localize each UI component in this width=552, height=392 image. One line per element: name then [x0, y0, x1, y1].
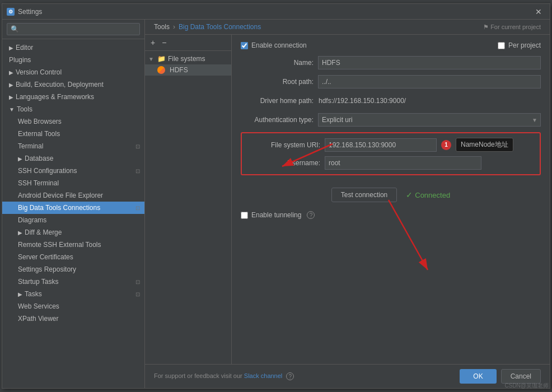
sidebar-item-remote-ssh[interactable]: Remote SSH External Tools	[2, 239, 144, 251]
username-input[interactable]	[325, 156, 481, 170]
per-project-checkbox[interactable]	[498, 42, 505, 49]
enable-connection-row: Enable connection Per project	[241, 41, 541, 49]
help-icon[interactable]: ?	[307, 211, 315, 219]
root-path-label: Root path:	[241, 78, 314, 86]
sidebar-label-tools: Tools	[17, 105, 32, 113]
sidebar-label-languages: Languages & Frameworks	[16, 93, 94, 101]
sidebar-item-diff-merge[interactable]: ▶Diff & Merge	[2, 226, 144, 239]
sidebar-label-android-device: Android Device File Explorer	[18, 192, 103, 199]
uri-section: File system URI: 1 NameNode地址 Username:	[241, 132, 541, 175]
test-connection-button[interactable]: Test connection	[331, 188, 397, 202]
sidebar-label-server-certs: Server Certificates	[18, 253, 73, 261]
hdfs-label: HDFS	[170, 66, 188, 74]
enable-connection-checkbox[interactable]	[241, 42, 248, 49]
per-project-row: Per project	[498, 41, 541, 49]
sidebar-label-version-control: Version Control	[16, 68, 62, 76]
content-area: + − ▼ 📁 File systems HDFS	[145, 35, 550, 364]
root-path-input[interactable]	[318, 75, 541, 88]
sidebar-item-editor[interactable]: ▶Editor	[2, 41, 144, 54]
uri-label: File system URI:	[247, 141, 320, 149]
hdfs-item[interactable]: HDFS	[145, 64, 231, 76]
sidebar-label-editor: Editor	[16, 44, 33, 52]
name-input[interactable]	[318, 56, 541, 69]
sidebar-item-database[interactable]: ▶Database	[2, 152, 144, 165]
sidebar-item-terminal[interactable]: Terminal⊡	[2, 140, 144, 152]
uri-input[interactable]	[325, 138, 437, 152]
sidebar-item-settings-repo[interactable]: Settings Repository	[2, 263, 144, 276]
sidebar-item-web-services[interactable]: Web Services	[2, 300, 144, 312]
support-text-label: For support or feedback visit our	[154, 372, 242, 379]
settings-window: ⚙ Settings ✕ ▶EditorPlugins▶Version Cont…	[2, 3, 550, 389]
sidebar-arrow-database: ▶	[18, 156, 22, 162]
sidebar-label-web-services: Web Services	[18, 302, 59, 310]
sidebar-item-external-tools[interactable]: External Tools	[2, 128, 144, 140]
sidebar-badge-startup-tasks: ⊡	[135, 279, 140, 285]
sidebar-item-server-certs[interactable]: Server Certificates	[2, 251, 144, 263]
main-panel: Tools › Big Data Tools Connections ⚑ For…	[145, 20, 550, 388]
sidebar-label-external-tools: External Tools	[18, 130, 60, 138]
sidebar-item-xpath-viewer[interactable]: XPath Viewer	[2, 312, 144, 325]
enable-connection-label[interactable]: Enable connection	[241, 41, 307, 49]
auth-type-select[interactable]: Explicit uri Simple Kerberos	[318, 113, 541, 127]
sidebar-item-plugins[interactable]: Plugins	[2, 54, 144, 66]
sidebar-item-tools[interactable]: ▼Tools	[2, 103, 144, 115]
add-connection-button[interactable]: +	[148, 37, 157, 48]
slack-link[interactable]: Slack channel	[244, 372, 283, 379]
sidebar-item-diagrams[interactable]: Diagrams	[2, 214, 144, 226]
sidebar-item-web-browsers[interactable]: Web Browsers	[2, 115, 144, 128]
enable-tunneling-checkbox[interactable]	[241, 212, 248, 219]
breadcrumb-tools: Tools	[154, 23, 170, 31]
file-systems-label: File systems	[168, 55, 205, 63]
sidebar-label-diagrams: Diagrams	[18, 216, 46, 224]
auth-type-row: Authentication type: Explicit uri Simple…	[241, 113, 541, 127]
tunneling-row: Enable tunneling ?	[241, 211, 541, 219]
panel-toolbar: + −	[145, 35, 231, 51]
test-connection-row: Test connection ✓ Connected	[241, 188, 541, 202]
sidebar-label-ssh-terminal: SSH Terminal	[18, 179, 59, 187]
left-panel: + − ▼ 📁 File systems HDFS	[145, 35, 232, 364]
badge-1: 1	[441, 140, 451, 150]
sidebar-item-build[interactable]: ▶Build, Execution, Deployment	[2, 78, 144, 91]
help-circle[interactable]: ?	[286, 372, 294, 380]
sidebar-label-plugins: Plugins	[9, 56, 31, 64]
auth-type-label: Authentication type:	[241, 116, 314, 124]
sidebar-item-android-device[interactable]: Android Device File Explorer	[2, 189, 144, 202]
ok-button[interactable]: OK	[460, 369, 496, 384]
support-text: For support or feedback visit our Slack …	[154, 372, 460, 380]
sidebar-badge-big-data: ⊡	[135, 205, 140, 211]
breadcrumb: Tools › Big Data Tools Connections ⚑ For…	[145, 20, 550, 35]
sidebar-item-startup-tasks[interactable]: Startup Tasks⊡	[2, 276, 144, 288]
sidebar-label-startup-tasks: Startup Tasks	[18, 278, 58, 286]
sidebar-item-languages[interactable]: ▶Languages & Frameworks	[2, 91, 144, 103]
sidebar-item-ssh-terminal[interactable]: SSH Terminal	[2, 177, 144, 189]
remove-connection-button[interactable]: −	[160, 37, 169, 48]
sidebar-label-ssh-configurations: SSH Configurations	[18, 167, 77, 175]
sidebar-arrow-languages: ▶	[9, 94, 13, 100]
sidebar-label-database: Database	[25, 155, 53, 162]
bottom-bar: For support or feedback visit our Slack …	[145, 364, 550, 388]
sidebar-label-tasks: Tasks	[25, 290, 42, 298]
sidebar-item-ssh-configurations[interactable]: SSH Configurations⊡	[2, 165, 144, 177]
file-systems-folder[interactable]: ▼ 📁 File systems	[145, 53, 231, 64]
connected-status: ✓ Connected	[406, 190, 450, 199]
sidebar-label-remote-ssh: Remote SSH External Tools	[18, 241, 101, 249]
driver-home-value: hdfs://192.168.150.130:9000/	[318, 94, 541, 108]
breadcrumb-current: Big Data Tools Connections	[179, 23, 261, 31]
close-button[interactable]: ✕	[532, 6, 545, 17]
sidebar-item-version-control[interactable]: ▶Version Control	[2, 66, 144, 78]
sidebar-label-build: Build, Execution, Deployment	[16, 81, 104, 88]
search-input[interactable]	[7, 23, 140, 35]
sidebar-label-xpath-viewer: XPath Viewer	[18, 315, 59, 323]
connected-label: Connected	[415, 191, 450, 199]
title-bar: ⚙ Settings ✕	[2, 4, 550, 20]
sidebar-label-web-browsers: Web Browsers	[18, 118, 62, 125]
sidebar-badge-ssh-configurations: ⊡	[135, 168, 140, 174]
sidebar-item-tasks[interactable]: ▶Tasks⊡	[2, 288, 144, 300]
sidebar-item-big-data[interactable]: Big Data Tools Connections⊡	[2, 202, 144, 214]
sidebar-label-diff-merge: Diff & Merge	[25, 228, 62, 236]
driver-home-label: Driver home path:	[241, 97, 314, 105]
sidebar-arrow-version-control: ▶	[9, 69, 13, 76]
driver-home-row: Driver home path: hdfs://192.168.150.130…	[241, 94, 541, 108]
root-path-row: Root path:	[241, 75, 541, 88]
sidebar-arrow-tasks: ▶	[18, 291, 22, 297]
